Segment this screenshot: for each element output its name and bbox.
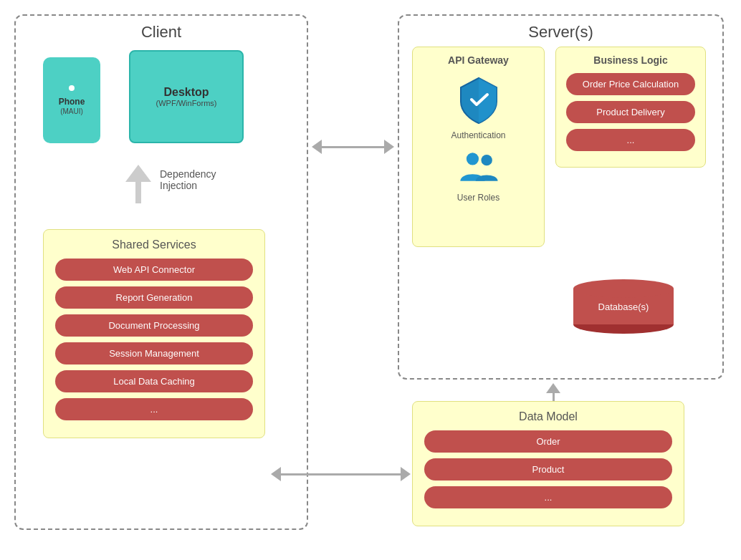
bl-order-price: Order Price Calculation	[566, 73, 695, 95]
dm-order: Order	[424, 430, 672, 453]
business-logic-box: Business Logic Order Price Calculation P…	[555, 47, 706, 168]
dependency-injection-group: Dependency Injection	[125, 165, 216, 203]
svg-point-1	[481, 155, 492, 165]
client-server-arrow	[312, 140, 394, 154]
db-label: Database(s)	[598, 301, 649, 312]
db-cylinder: Database(s)	[573, 279, 674, 334]
arrow-head-left-2	[271, 467, 281, 481]
api-gateway-title: API Gateway	[423, 54, 534, 66]
business-logic-title: Business Logic	[566, 54, 695, 66]
bl-more: ...	[566, 129, 695, 151]
phone-device: Phone (MAUI)	[43, 57, 100, 143]
arrow-head-left	[312, 140, 322, 154]
service-document: Document Processing	[55, 314, 253, 337]
shield-icon	[457, 74, 500, 125]
arrow-head-right	[384, 140, 394, 154]
database-container: Database(s)	[573, 279, 674, 334]
service-report: Report Generation	[55, 286, 253, 309]
service-session: Session Management	[55, 342, 253, 365]
phone-dot	[69, 85, 75, 91]
bl-product-delivery: Product Delivery	[566, 101, 695, 123]
desktop-label: Desktop	[163, 86, 209, 99]
phone-sublabel: (MAUI)	[60, 107, 83, 115]
server-title: Server(s)	[399, 23, 722, 42]
dep-arrow-shaft	[135, 182, 141, 203]
dependency-injection-label: Dependency Injection	[160, 168, 216, 191]
shared-services-title: Shared Services	[55, 238, 253, 251]
desktop-device: Desktop (WPF/WinForms)	[129, 50, 244, 143]
svg-point-0	[466, 153, 478, 165]
service-caching: Local Data Caching	[55, 370, 253, 392]
arrow-head-right-2	[401, 467, 411, 481]
client-title: Client	[16, 23, 307, 42]
desktop-sublabel: (WPF/WinForms)	[156, 99, 217, 107]
service-web-api: Web API Connector	[55, 259, 253, 281]
dm-product: Product	[424, 458, 672, 481]
arrow-h-line-2	[281, 473, 401, 475]
user-roles-label: User Roles	[423, 193, 534, 203]
data-model-title: Data Model	[424, 410, 672, 423]
data-model-box: Data Model Order Product ...	[412, 401, 684, 526]
service-more: ...	[55, 398, 253, 420]
phone-label: Phone	[59, 97, 85, 108]
users-icon	[457, 148, 500, 187]
client-datamodel-arrow	[271, 467, 411, 481]
db-top	[573, 279, 674, 298]
dep-arrow-up	[125, 165, 151, 182]
dm-more: ...	[424, 486, 672, 508]
diagram-container: Client Server(s) Phone (MAUI) Desktop (W…	[0, 0, 741, 560]
shared-services-box: Shared Services Web API Connector Report…	[43, 229, 265, 438]
arrow-h-line	[322, 146, 384, 148]
authentication-label: Authentication	[423, 130, 534, 140]
arrow-head-up	[546, 383, 560, 393]
dep-injection-arrow	[125, 165, 151, 203]
api-gateway-box: API Gateway Authentication User Roles	[412, 47, 545, 247]
